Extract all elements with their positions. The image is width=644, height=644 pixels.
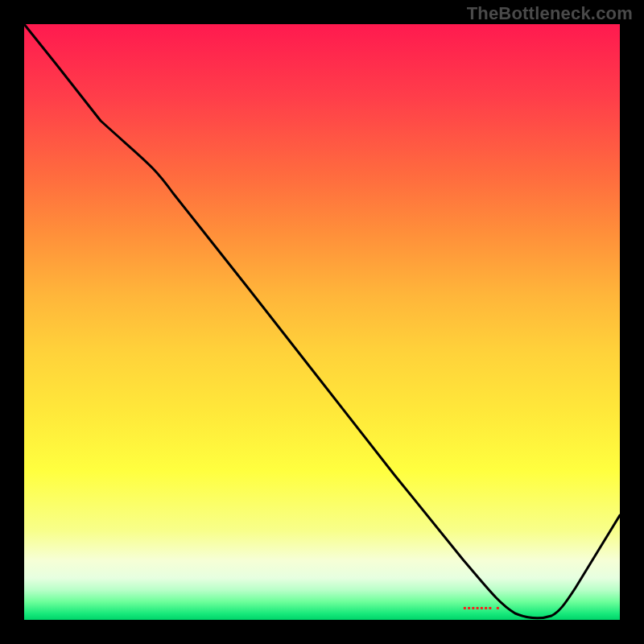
chart-frame: TheBottleneck.com ▪▪▪▪▪▪▪ ▪ [0, 0, 644, 644]
sweet-spot-marker: ▪▪▪▪▪▪▪ ▪ [463, 602, 500, 613]
bottleneck-curve [24, 24, 620, 618]
watermark-text: TheBottleneck.com [467, 3, 633, 24]
plot-area: ▪▪▪▪▪▪▪ ▪ [24, 24, 620, 620]
bottleneck-line-svg [24, 24, 620, 620]
